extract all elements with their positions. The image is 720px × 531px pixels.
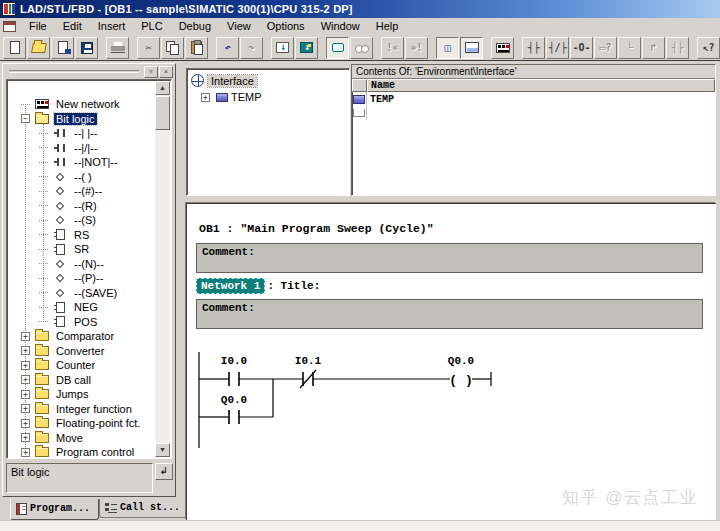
network-title[interactable]: : Title: — [267, 280, 320, 292]
split-view-toggle[interactable]: ◫ — [436, 37, 459, 59]
detail-view-toggle[interactable] — [460, 37, 483, 59]
name-column-header[interactable]: Name — [367, 79, 715, 92]
insert-contact-no-button[interactable]: ┤├ — [522, 37, 545, 59]
close-branch-button[interactable]: ↱ — [642, 37, 665, 59]
tree-expander-icon[interactable] — [21, 104, 30, 105]
redo-button[interactable]: ↷ — [240, 37, 263, 59]
scroll-down-button[interactable]: ▼ — [155, 443, 170, 457]
undo-button[interactable]: ↶ — [216, 37, 239, 59]
tree-item[interactable]: SR — [8, 242, 155, 257]
goto-prev-error-button[interactable]: !« — [381, 37, 404, 59]
tree-expander-icon[interactable] — [39, 278, 48, 279]
tree-expander-icon[interactable] — [39, 220, 48, 221]
tree-item[interactable]: --(SAVE) — [8, 286, 155, 301]
tree-item[interactable]: --( ) — [8, 170, 155, 185]
tree-item[interactable]: --(P)-- — [8, 271, 155, 286]
tree-expander-icon[interactable] — [39, 176, 48, 177]
tree-expander-icon[interactable]: + — [21, 433, 30, 442]
title-bar[interactable]: LAD/STL/FBD - [OB1 -- sample\SIMATIC 300… — [0, 0, 720, 18]
new-network-button[interactable] — [491, 37, 514, 59]
tree-expander-icon[interactable]: + — [21, 361, 30, 370]
menu-item[interactable]: Insert — [90, 19, 134, 34]
tree-expander-icon[interactable] — [39, 133, 48, 134]
tree-expander-icon[interactable] — [39, 162, 48, 163]
scroll-up-button[interactable]: ▲ — [155, 81, 170, 95]
panel-grip[interactable] — [9, 70, 139, 73]
tree-expander-icon[interactable] — [39, 234, 48, 235]
tree-expander-icon[interactable]: + — [21, 332, 30, 341]
tree-expander-icon[interactable] — [39, 292, 48, 293]
open-button[interactable] — [27, 37, 50, 59]
tree-expander-icon[interactable]: + — [21, 419, 30, 428]
tree-item[interactable]: + Comparator — [8, 329, 155, 344]
interface-root-item[interactable]: Interface — [191, 74, 345, 87]
coil-operand[interactable]: Q0.0 — [448, 355, 474, 367]
tree-item[interactable]: − Bit logic — [8, 112, 155, 127]
panel-close-button[interactable]: × — [159, 66, 173, 78]
ladder-diagram[interactable]: ( ) I0.0 I0.1 Q0.0 Q0.0 — [196, 348, 516, 454]
tree-item[interactable]: + Converter — [8, 344, 155, 359]
tree-item[interactable]: + Move — [8, 431, 155, 446]
panel-dropdown-button[interactable]: ▼ — [144, 66, 158, 78]
tree-expander-icon[interactable] — [39, 147, 48, 148]
insert-rail-button[interactable]: ┤├ — [666, 37, 689, 59]
download-station-button[interactable] — [295, 37, 318, 59]
tree-item[interactable]: POS — [8, 315, 155, 330]
tree-item[interactable]: --(S) — [8, 213, 155, 228]
tree-item[interactable]: + Jumps — [8, 387, 155, 402]
tree-item[interactable]: RS — [8, 228, 155, 243]
contact1-operand[interactable]: I0.0 — [221, 355, 247, 367]
tree-expander-icon[interactable] — [39, 191, 48, 192]
copy-button[interactable] — [161, 37, 184, 59]
tree-item[interactable]: + Program control — [8, 445, 155, 458]
paste-button[interactable] — [185, 37, 208, 59]
tree-expander-icon[interactable]: + — [21, 375, 30, 384]
tree-item[interactable]: --(R) — [8, 199, 155, 214]
help-cursor-button[interactable]: ↖? — [697, 37, 720, 59]
menu-item[interactable]: File — [21, 19, 55, 34]
tree-item[interactable]: + Counter — [8, 358, 155, 373]
tree-expander-icon[interactable]: + — [21, 448, 30, 457]
table-row[interactable] — [352, 106, 715, 120]
tree-item[interactable]: --(#)-- — [8, 184, 155, 199]
tree-item[interactable]: --(N)-- — [8, 257, 155, 272]
print-button[interactable] — [106, 37, 129, 59]
tree-expander-icon[interactable]: + — [201, 93, 210, 102]
network-label[interactable]: Network 1 — [196, 278, 265, 294]
tree-item[interactable]: + Floating-point fct. — [8, 416, 155, 431]
interface-child-item[interactable]: + TEMP — [201, 91, 345, 103]
tree-expander-icon[interactable] — [39, 321, 48, 322]
menu-item[interactable]: Debug — [171, 19, 219, 34]
child-window-icon[interactable] — [3, 21, 16, 32]
ladder-editor-pane[interactable]: OB1 : "Main Program Sweep (Cycle)" Comme… — [186, 203, 716, 520]
new-button[interactable] — [3, 37, 26, 59]
tree-item[interactable]: New network — [8, 97, 155, 112]
network-comment-box[interactable]: Comment: — [196, 299, 703, 329]
download-button[interactable] — [271, 37, 294, 59]
tree-item[interactable]: + Integer function — [8, 402, 155, 417]
block-comment-box[interactable]: Comment: — [196, 243, 703, 273]
tree-expander-icon[interactable] — [39, 307, 48, 308]
tree-scrollbar[interactable]: ▲ ▼ — [155, 81, 170, 457]
insert-empty-box-button[interactable]: ▭? — [594, 37, 617, 59]
TEMP[interactable]: TEMP — [352, 92, 715, 106]
scroll-thumb[interactable] — [155, 96, 170, 130]
panel-mini-titlebar[interactable]: ▼ × — [5, 65, 173, 78]
branch-contact-operand[interactable]: Q0.0 — [221, 394, 247, 406]
tree-expander-icon[interactable]: + — [21, 404, 30, 413]
menu-item[interactable]: View — [219, 19, 259, 34]
menu-item[interactable]: PLC — [133, 19, 170, 34]
tree-expander-icon[interactable]: + — [21, 346, 30, 355]
tree-expander-icon[interactable]: − — [21, 114, 30, 123]
tree-expander-icon[interactable]: + — [21, 390, 30, 399]
menu-item[interactable]: Options — [259, 19, 313, 34]
monitor-on-off-button[interactable] — [350, 37, 373, 59]
tree-item[interactable]: --|/|-- — [8, 141, 155, 156]
tree-item[interactable]: + DB call — [8, 373, 155, 388]
insert-contact-nc-button[interactable]: ┤/├ — [546, 37, 569, 59]
tree-expander-icon[interactable] — [39, 205, 48, 206]
browser-tab[interactable]: Call st... — [99, 499, 189, 518]
menu-item[interactable]: Help — [368, 19, 407, 34]
open-branch-button[interactable]: └ — [618, 37, 641, 59]
goto-location-button[interactable]: ↲ — [155, 463, 173, 480]
